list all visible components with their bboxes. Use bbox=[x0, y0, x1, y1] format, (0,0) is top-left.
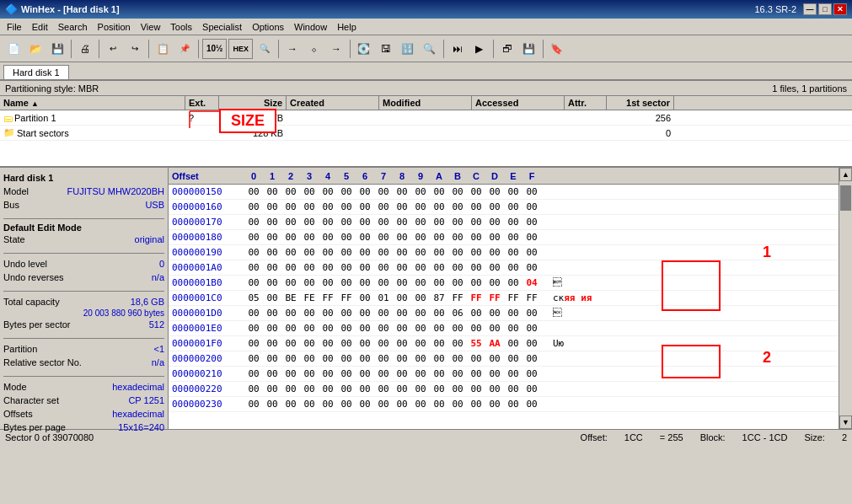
hex-byte[interactable]: 00 bbox=[430, 186, 448, 197]
hex-byte[interactable]: 00 bbox=[374, 247, 393, 258]
hex-byte[interactable]: 00 bbox=[319, 262, 337, 273]
hex-byte[interactable]: 00 bbox=[411, 368, 430, 379]
hex-byte[interactable]: 00 bbox=[356, 399, 374, 410]
hex-byte[interactable]: 00 bbox=[411, 338, 430, 349]
hex-byte[interactable]: 00 bbox=[504, 277, 522, 288]
hex-byte[interactable]: 00 bbox=[244, 383, 263, 394]
hex-byte[interactable]: 00 bbox=[393, 368, 411, 379]
hex-byte[interactable]: 00 bbox=[374, 217, 393, 228]
hex-byte[interactable]: 00 bbox=[244, 338, 263, 349]
hex-byte[interactable]: 00 bbox=[393, 353, 411, 364]
hex-byte[interactable]: 00 bbox=[448, 262, 467, 273]
hex-byte[interactable]: 00 bbox=[448, 383, 467, 394]
hex-byte[interactable]: 00 bbox=[319, 201, 337, 212]
hex-byte[interactable]: 00 bbox=[430, 368, 448, 379]
hex-byte[interactable]: FF bbox=[467, 292, 485, 303]
hex-byte[interactable]: 00 bbox=[263, 383, 281, 394]
scroll-down-button[interactable]: ▼ bbox=[839, 416, 852, 429]
back-button[interactable]: ⬦ bbox=[304, 39, 324, 59]
hex-byte[interactable]: 00 bbox=[263, 292, 281, 303]
hex-byte[interactable]: 00 bbox=[263, 232, 281, 243]
hex-byte[interactable]: 00 bbox=[448, 353, 467, 364]
table-row[interactable]: 0000002100000000000000000000000000000000… bbox=[169, 367, 839, 382]
hex-byte[interactable]: 05 bbox=[244, 292, 263, 303]
save2-button[interactable]: 💾 bbox=[519, 39, 539, 59]
hex-byte[interactable]: 00 bbox=[374, 338, 393, 349]
hex-byte[interactable]: 00 bbox=[263, 308, 281, 319]
hex-byte[interactable]: 00 bbox=[485, 277, 504, 288]
hex-byte[interactable]: 00 bbox=[337, 323, 356, 334]
hex-byte[interactable]: 00 bbox=[337, 368, 356, 379]
hex-byte[interactable]: 00 bbox=[319, 338, 337, 349]
hex-byte[interactable]: 00 bbox=[281, 201, 300, 212]
search-button[interactable]: 10½ bbox=[202, 39, 227, 59]
menu-position[interactable]: Position bbox=[93, 20, 136, 34]
hex-byte[interactable]: 00 bbox=[374, 277, 393, 288]
hex-byte[interactable]: 00 bbox=[448, 277, 467, 288]
hex-byte[interactable]: 00 bbox=[319, 247, 337, 258]
hex-byte[interactable]: 00 bbox=[522, 338, 541, 349]
open-button[interactable]: 📂 bbox=[25, 39, 46, 59]
hex-byte[interactable]: 00 bbox=[356, 201, 374, 212]
hex-byte[interactable]: 00 bbox=[244, 308, 263, 319]
hex-byte[interactable]: 00 bbox=[374, 232, 393, 243]
hex-byte[interactable]: 00 bbox=[374, 399, 393, 410]
redo-button[interactable]: ↪ bbox=[125, 39, 145, 59]
table-row[interactable]: 0000001B00000000000000000000000000000000… bbox=[169, 276, 839, 291]
hex-byte[interactable]: 00 bbox=[393, 201, 411, 212]
hex-scrollbar[interactable]: ▲ ▼ bbox=[839, 168, 852, 429]
hex-byte[interactable]: 00 bbox=[356, 338, 374, 349]
undo-button[interactable]: ↩ bbox=[103, 39, 123, 59]
window-button[interactable]: 🗗 bbox=[497, 39, 517, 59]
hex-byte[interactable]: 00 bbox=[411, 292, 430, 303]
hex-byte[interactable]: 00 bbox=[263, 217, 281, 228]
hex-byte[interactable]: 00 bbox=[485, 399, 504, 410]
hex-byte[interactable]: 00 bbox=[300, 383, 319, 394]
hex-byte[interactable]: 00 bbox=[337, 338, 356, 349]
hex-byte[interactable]: 55 bbox=[467, 338, 485, 349]
col-name[interactable]: Name ▲ bbox=[0, 96, 185, 110]
hex-byte[interactable]: 00 bbox=[263, 338, 281, 349]
hex-byte[interactable]: 00 bbox=[337, 186, 356, 197]
hex-byte[interactable]: 00 bbox=[244, 232, 263, 243]
hex-byte[interactable]: 00 bbox=[522, 368, 541, 379]
hex-byte[interactable]: 00 bbox=[467, 277, 485, 288]
hex-byte[interactable]: 00 bbox=[356, 308, 374, 319]
scroll-up-button[interactable]: ▲ bbox=[839, 168, 852, 181]
hex-byte[interactable]: 00 bbox=[281, 383, 300, 394]
hex-byte[interactable]: 00 bbox=[319, 323, 337, 334]
hex-byte[interactable]: 00 bbox=[504, 338, 522, 349]
hex-byte[interactable]: 00 bbox=[300, 186, 319, 197]
table-row[interactable]: 📁 Start sectors 128 KB 0 bbox=[0, 126, 852, 141]
hex-byte[interactable]: FE bbox=[300, 292, 319, 303]
hex-byte[interactable]: 00 bbox=[374, 323, 393, 334]
hex-byte[interactable]: 00 bbox=[411, 323, 430, 334]
hex-byte[interactable]: 00 bbox=[356, 232, 374, 243]
col-accessed[interactable]: Accessed bbox=[472, 96, 565, 110]
hex-byte[interactable]: 00 bbox=[393, 399, 411, 410]
menu-view[interactable]: View bbox=[136, 20, 166, 34]
table-row[interactable]: 0000001E00000000000000000000000000000000… bbox=[169, 321, 839, 336]
hex-byte[interactable]: 00 bbox=[411, 383, 430, 394]
hex-byte[interactable]: 00 bbox=[374, 368, 393, 379]
hex-byte[interactable]: 00 bbox=[263, 353, 281, 364]
save-button[interactable]: 💾 bbox=[47, 39, 67, 59]
hex-byte[interactable]: 00 bbox=[281, 232, 300, 243]
hex-byte[interactable]: 00 bbox=[337, 399, 356, 410]
hex-byte[interactable]: FF bbox=[504, 292, 522, 303]
hex-byte[interactable]: 00 bbox=[319, 368, 337, 379]
hex-byte[interactable]: 00 bbox=[281, 353, 300, 364]
play-button[interactable]: ▶ bbox=[469, 39, 490, 59]
hex-byte[interactable]: 00 bbox=[300, 323, 319, 334]
hex-byte[interactable]: 00 bbox=[300, 262, 319, 273]
hex-byte[interactable]: 00 bbox=[263, 262, 281, 273]
print-button[interactable]: 🖨 bbox=[75, 39, 95, 59]
hex-byte[interactable]: 00 bbox=[393, 277, 411, 288]
table-row[interactable]: 0000001C00500BEFEFFFF0001000087FFFFFFFFF… bbox=[169, 291, 839, 306]
hex-byte[interactable]: 00 bbox=[244, 201, 263, 212]
hex-byte[interactable]: 00 bbox=[504, 368, 522, 379]
hex-byte[interactable]: 00 bbox=[411, 217, 430, 228]
hex-byte[interactable]: 00 bbox=[504, 399, 522, 410]
hex-byte[interactable]: 00 bbox=[337, 247, 356, 258]
hex-byte[interactable]: BE bbox=[281, 292, 300, 303]
